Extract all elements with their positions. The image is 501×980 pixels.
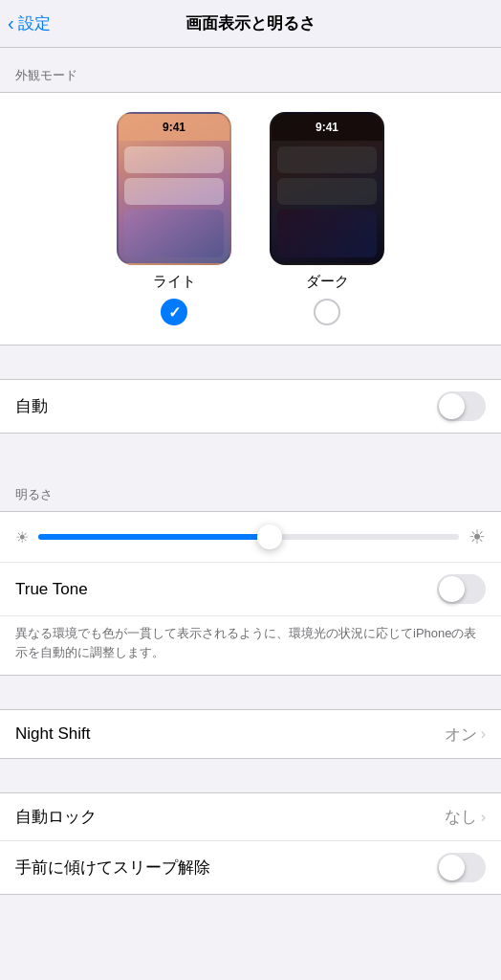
auto-lock-value-container: なし › [445, 806, 486, 828]
auto-section: 自動 [0, 379, 501, 434]
checkmark-icon: ✓ [168, 303, 181, 322]
night-shift-value: オン [445, 724, 477, 746]
auto-lock-row[interactable]: 自動ロック なし › [0, 793, 501, 841]
raise-to-wake-toggle[interactable] [437, 853, 486, 882]
dark-widget-3 [277, 210, 377, 257]
brightness-section-header: 明るさ [0, 467, 501, 511]
dark-widget-2 [277, 178, 377, 205]
appearance-option-dark[interactable]: 9:41 ダーク [270, 112, 384, 325]
true-tone-toggle-knob [439, 576, 465, 602]
brightness-slider-thumb [257, 524, 282, 549]
nav-bar: ‹ 設定 画面表示と明るさ [0, 0, 501, 48]
gap-3 [0, 676, 501, 709]
dark-mode-label: ダーク [306, 273, 349, 291]
dark-mode-preview: 9:41 [270, 112, 384, 265]
dark-status-bar: 9:41 [272, 114, 382, 141]
raise-to-wake-toggle-knob [439, 855, 465, 880]
light-mode-radio[interactable]: ✓ [161, 299, 187, 325]
appearance-option-light[interactable]: 9:41 ライト ✓ [117, 112, 231, 325]
brightness-high-icon: ☀ [468, 525, 486, 548]
auto-toggle[interactable] [437, 391, 486, 421]
night-shift-label: Night Shift [15, 724, 90, 744]
auto-row: 自動 [0, 380, 501, 433]
true-tone-row: True Tone [0, 562, 501, 616]
lock-section: 自動ロック なし › 手前に傾けてスリープ解除 [0, 792, 501, 895]
brightness-low-icon: ☀ [15, 528, 29, 546]
night-shift-section: Night Shift オン › [0, 709, 501, 759]
true-tone-toggle[interactable] [437, 574, 486, 604]
light-widget-3 [124, 210, 224, 257]
page-title: 画面表示と明るさ [185, 12, 316, 34]
raise-to-wake-row: 手前に傾けてスリープ解除 [0, 841, 501, 894]
true-tone-description: 異なる環境でも色が一貫して表示されるように、環境光の状況に応じてiPhoneの表… [0, 616, 501, 675]
light-widgets [119, 141, 229, 263]
light-mode-label: ライト [153, 273, 196, 291]
brightness-truetone-section: ☀ ☀ True Tone 異なる環境でも色が一貫して表示されるように、環境光の… [0, 511, 501, 676]
nav-back-label: 設定 [18, 12, 51, 34]
auto-lock-value: なし [445, 806, 477, 828]
auto-lock-chevron-icon: › [481, 809, 486, 826]
true-tone-label: True Tone [15, 580, 88, 599]
night-shift-chevron-icon: › [481, 725, 486, 743]
nav-back-button[interactable]: ‹ 設定 [8, 12, 51, 34]
raise-to-wake-label: 手前に傾けてスリープ解除 [15, 857, 210, 879]
dark-widgets [272, 141, 382, 263]
light-status-bar: 9:41 [119, 114, 229, 141]
back-chevron-icon: ‹ [8, 13, 14, 33]
auto-lock-label: 自動ロック [15, 806, 97, 828]
brightness-slider-track[interactable] [38, 534, 459, 540]
light-widget-2 [124, 178, 224, 205]
gap-2 [0, 434, 501, 467]
brightness-slider-row: ☀ ☀ [0, 512, 501, 562]
brightness-slider-fill [38, 534, 270, 540]
gap-4 [0, 759, 501, 792]
appearance-section-header: 外観モード [0, 48, 501, 92]
night-shift-value-container: オン › [445, 724, 486, 746]
dark-widget-1 [277, 146, 377, 173]
auto-toggle-knob [439, 393, 465, 419]
night-shift-row[interactable]: Night Shift オン › [0, 710, 501, 758]
appearance-mode-section: 9:41 ライト ✓ 9:41 [0, 92, 501, 345]
auto-label: 自動 [15, 395, 48, 417]
light-mode-preview: 9:41 [117, 112, 231, 265]
dark-mode-radio[interactable] [314, 299, 340, 325]
appearance-options-container: 9:41 ライト ✓ 9:41 [0, 112, 501, 325]
light-widget-1 [124, 146, 224, 173]
gap-1 [0, 345, 501, 379]
